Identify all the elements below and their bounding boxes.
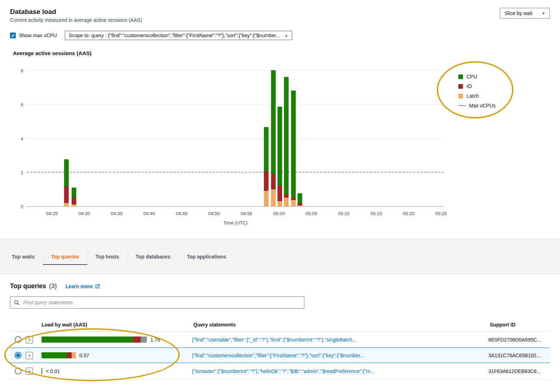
x-axis-tick-label: 05:25 bbox=[435, 211, 447, 216]
expand-cell: + bbox=[26, 336, 40, 343]
stacked-bar-05:01[interactable] bbox=[284, 77, 289, 206]
legend-swatch bbox=[458, 105, 465, 106]
expand-cell: + bbox=[26, 352, 40, 359]
top-queries-panel: Top queries (3) Learn more Load by wait … bbox=[0, 274, 560, 392]
y-axis-tick-label: 2 bbox=[21, 170, 23, 175]
learn-more-label: Learn more bbox=[66, 284, 93, 289]
performance-insights-page: Database load Current activity measured … bbox=[0, 0, 560, 392]
cpu-segment bbox=[271, 70, 276, 174]
latch-segment bbox=[72, 204, 76, 206]
load-segment-latch bbox=[72, 352, 76, 358]
expand-icon[interactable]: + bbox=[26, 336, 33, 343]
table-header-row: Load by wait (AAS) Query statements Supp… bbox=[10, 318, 550, 332]
stacked-bar-04:28[interactable] bbox=[72, 188, 76, 206]
latch-segment bbox=[298, 205, 302, 206]
io-segment bbox=[291, 198, 296, 200]
chevron-down-icon: ▼ bbox=[542, 11, 545, 15]
query-statement-link[interactable]: {"ismaster":{"$numberInt":"?"},"helloOk"… bbox=[192, 368, 375, 374]
filter-row: Show max vCPU Scope to: query : {"find":… bbox=[10, 30, 550, 41]
show-max-vcpu-label: Show max vCPU bbox=[19, 33, 57, 38]
table-row[interactable]: + 1.75 {"find":"usertable","filter":{"_i… bbox=[10, 332, 550, 348]
row-radio[interactable] bbox=[15, 336, 21, 343]
io-segment bbox=[64, 187, 69, 203]
stacked-bar-05:03[interactable] bbox=[298, 193, 302, 206]
gridline bbox=[27, 138, 444, 139]
x-axis-tick-label: 04:50 bbox=[208, 211, 220, 216]
x-axis-tick-label: 05:05 bbox=[305, 211, 317, 216]
stacked-bar-04:59[interactable] bbox=[271, 70, 276, 206]
io-segment bbox=[298, 203, 302, 205]
latch-segment bbox=[64, 203, 69, 207]
cpu-segment bbox=[284, 77, 289, 194]
load-segment-other bbox=[141, 337, 147, 343]
x-axis-tick-label: 04:45 bbox=[176, 211, 188, 216]
top-queries-header: Top queries (3) Learn more bbox=[10, 282, 550, 290]
support-id: 31F63A612DEB83C8... bbox=[488, 368, 550, 374]
row-radio[interactable] bbox=[15, 352, 21, 359]
token-close-button[interactable]: x bbox=[284, 33, 288, 38]
latch-segment bbox=[291, 200, 296, 206]
header-controls: Bar ▼ Slice by wait ▼ bbox=[500, 8, 550, 19]
tab-top-queries[interactable]: Top queries bbox=[43, 248, 87, 265]
x-axis-tick-label: 04:25 bbox=[46, 211, 58, 216]
query-statement-link[interactable]: {"find":"usertable","filter":{"_id":"?"}… bbox=[192, 337, 357, 343]
support-id: 3A131C76AC65B102... bbox=[488, 353, 550, 358]
x-axis-tick-label: 05:10 bbox=[338, 211, 350, 216]
search-input[interactable] bbox=[23, 299, 300, 306]
chart-title: Average active sessions (AAS) bbox=[13, 50, 550, 56]
support-id: 6E0FD2708D0A695C... bbox=[488, 337, 550, 343]
slice-by-select[interactable]: Slice by wait ▼ bbox=[500, 8, 550, 19]
page-subtitle: Current activity measured in average act… bbox=[10, 17, 142, 23]
y-axis-tick-label: 0 bbox=[21, 204, 23, 209]
stacked-bar-04:58[interactable] bbox=[264, 127, 269, 206]
legend-swatch bbox=[458, 94, 463, 98]
top-queries-title: Top queries bbox=[10, 282, 46, 290]
load-cell: 0.57 bbox=[40, 352, 192, 358]
legend-label: CPU bbox=[467, 74, 477, 79]
load-cell: 1.75 bbox=[40, 337, 192, 343]
tab-top-hosts[interactable]: Top hosts bbox=[87, 248, 127, 265]
query-statement-link[interactable]: {"find":"customerscollection","filter":{… bbox=[192, 353, 364, 358]
query-cell: {"find":"customerscollection","filter":{… bbox=[192, 353, 488, 358]
tab-top-databases[interactable]: Top databases bbox=[127, 248, 179, 265]
legend-item-latch: Latch bbox=[458, 93, 496, 99]
show-max-vcpu-checkbox[interactable]: Show max vCPU bbox=[10, 33, 57, 38]
legend-item-io: IO bbox=[458, 83, 496, 89]
expand-icon[interactable]: + bbox=[26, 352, 33, 359]
row-radio[interactable] bbox=[15, 368, 21, 374]
tab-top-applications[interactable]: Top applications bbox=[179, 248, 235, 265]
external-link-icon bbox=[95, 284, 100, 289]
tab-top-waits[interactable]: Top waits bbox=[4, 248, 43, 265]
latch-segment bbox=[277, 201, 282, 206]
legend-label: IO bbox=[467, 83, 472, 89]
load-segment-cpu bbox=[42, 368, 42, 374]
latch-segment bbox=[264, 191, 269, 206]
gridline bbox=[27, 104, 444, 105]
query-search-box[interactable] bbox=[10, 296, 304, 309]
radio-cell bbox=[10, 352, 26, 359]
load-bar bbox=[42, 368, 42, 374]
learn-more-link[interactable]: Learn more bbox=[66, 284, 100, 289]
legend-item-max-vcpus: Max vCPUs bbox=[458, 103, 496, 108]
checkbox-checked-icon[interactable] bbox=[10, 33, 16, 38]
load-segment-io bbox=[133, 337, 141, 343]
legend-label: Max vCPUs bbox=[469, 103, 496, 108]
expand-icon[interactable]: + bbox=[26, 368, 33, 375]
stacked-bar-04:27[interactable] bbox=[64, 159, 69, 206]
load-segment-io bbox=[67, 352, 72, 358]
query-cell: {"find":"usertable","filter":{"_id":"?"}… bbox=[192, 337, 488, 343]
load-value: 1.75 bbox=[150, 337, 160, 343]
legend-swatch bbox=[458, 84, 463, 89]
table-row[interactable]: + 0.57 {"find":"customerscollection","fi… bbox=[10, 348, 550, 363]
y-axis-tick-label: 4 bbox=[21, 136, 23, 141]
stacked-bar-05:02[interactable] bbox=[291, 91, 296, 206]
load-value: < 0.01 bbox=[46, 368, 60, 374]
load-segment-cpu bbox=[42, 352, 67, 358]
stacked-bar-05:00[interactable] bbox=[277, 107, 282, 206]
io-segment bbox=[284, 194, 289, 198]
cpu-segment bbox=[298, 193, 302, 203]
radio-cell bbox=[10, 368, 26, 374]
panel-header: Database load Current activity measured … bbox=[10, 8, 550, 23]
cpu-segment bbox=[64, 159, 69, 187]
table-row[interactable]: + < 0.01 {"ismaster":{"$numberInt":"?"},… bbox=[10, 363, 550, 379]
